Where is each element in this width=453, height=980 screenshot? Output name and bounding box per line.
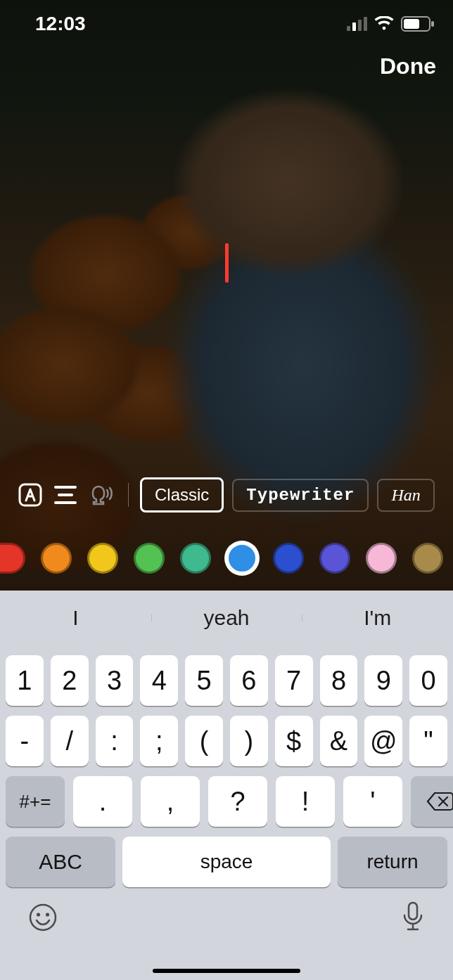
color-swatch[interactable] [412, 543, 443, 574]
suggestion-1[interactable]: I [0, 606, 151, 630]
suggestion-2[interactable]: yeah [151, 606, 302, 630]
key-8[interactable]: 8 [320, 655, 358, 706]
status-time: 12:03 [35, 13, 86, 35]
text-input-caret[interactable] [225, 243, 229, 283]
color-swatch[interactable] [0, 543, 25, 574]
key-period[interactable]: . [73, 776, 132, 827]
key-6[interactable]: 6 [230, 655, 268, 706]
font-chip-handwriting[interactable]: Han [377, 479, 434, 512]
space-key[interactable]: space [122, 837, 331, 887]
key-row-4: ABC space return [0, 837, 453, 887]
key-row-3: #+= . , ? ! ' [0, 776, 453, 827]
svg-rect-3 [20, 484, 41, 505]
key-9[interactable]: 9 [364, 655, 402, 706]
backspace-key[interactable] [411, 776, 453, 827]
key-4[interactable]: 4 [140, 655, 178, 706]
svg-rect-10 [409, 903, 417, 920]
wifi-icon [374, 16, 394, 32]
color-swatch-row[interactable] [0, 537, 453, 579]
font-style-scroller[interactable]: Classic Typewriter Han [140, 477, 446, 512]
status-bar: 12:03 [0, 0, 453, 38]
color-swatch[interactable] [134, 543, 165, 574]
key-"[interactable]: " [409, 716, 447, 766]
ios-keyboard: I yeah I'm 1234567890 -/:;()$&@" #+= . ,… [0, 591, 453, 980]
key-$[interactable]: $ [275, 716, 313, 766]
color-swatch[interactable] [273, 543, 304, 574]
key-;[interactable]: ; [140, 716, 178, 766]
key-question[interactable]: ? [208, 776, 267, 827]
key-)[interactable]: ) [230, 716, 268, 766]
key-([interactable]: ( [185, 716, 223, 766]
text-toolbar: Classic Typewriter Han [0, 474, 453, 516]
toolbar-divider [128, 483, 129, 507]
key-apostrophe[interactable]: ' [343, 776, 402, 827]
font-chip-typewriter[interactable]: Typewriter [232, 479, 369, 512]
key-3[interactable]: 3 [96, 655, 134, 706]
key-1[interactable]: 1 [6, 655, 44, 706]
done-button[interactable]: Done [380, 53, 436, 79]
key-0[interactable]: 0 [409, 655, 447, 706]
text-to-speech-button[interactable] [83, 477, 118, 512]
text-align-button[interactable] [48, 477, 83, 512]
color-swatch[interactable] [366, 543, 397, 574]
suggestion-3[interactable]: I'm [302, 606, 453, 630]
keyboard-dock [0, 887, 453, 934]
key--[interactable]: - [6, 716, 44, 766]
suggestion-bar: I yeah I'm [0, 591, 453, 645]
home-indicator[interactable] [153, 969, 300, 973]
key-@[interactable]: @ [364, 716, 402, 766]
emoji-icon[interactable] [28, 903, 58, 932]
color-swatch[interactable] [41, 543, 72, 574]
dictation-icon[interactable] [401, 901, 425, 934]
svg-point-8 [37, 913, 40, 916]
svg-rect-2 [431, 21, 434, 27]
svg-point-9 [46, 913, 49, 916]
key-exclaim[interactable]: ! [276, 776, 335, 827]
key-&[interactable]: & [320, 716, 358, 766]
key-:[interactable]: : [96, 716, 134, 766]
key-2[interactable]: 2 [51, 655, 89, 706]
color-swatch[interactable] [319, 543, 350, 574]
svg-rect-1 [404, 19, 419, 29]
key-/[interactable]: / [51, 716, 89, 766]
color-swatch[interactable] [87, 543, 118, 574]
key-7[interactable]: 7 [275, 655, 313, 706]
battery-icon [401, 16, 435, 32]
key-row-1: 1234567890 [0, 655, 453, 706]
text-background-toggle[interactable] [13, 477, 48, 512]
abc-key[interactable]: ABC [6, 837, 115, 887]
return-key[interactable]: return [338, 837, 447, 887]
symbols-key[interactable]: #+= [6, 776, 65, 827]
font-chip-classic[interactable]: Classic [140, 477, 224, 512]
color-swatch[interactable] [180, 543, 211, 574]
key-5[interactable]: 5 [185, 655, 223, 706]
key-row-2: -/:;()$&@" [0, 716, 453, 766]
color-swatch[interactable] [226, 543, 257, 574]
cellular-icon [347, 17, 367, 31]
svg-point-7 [30, 905, 56, 930]
key-comma[interactable]: , [141, 776, 200, 827]
